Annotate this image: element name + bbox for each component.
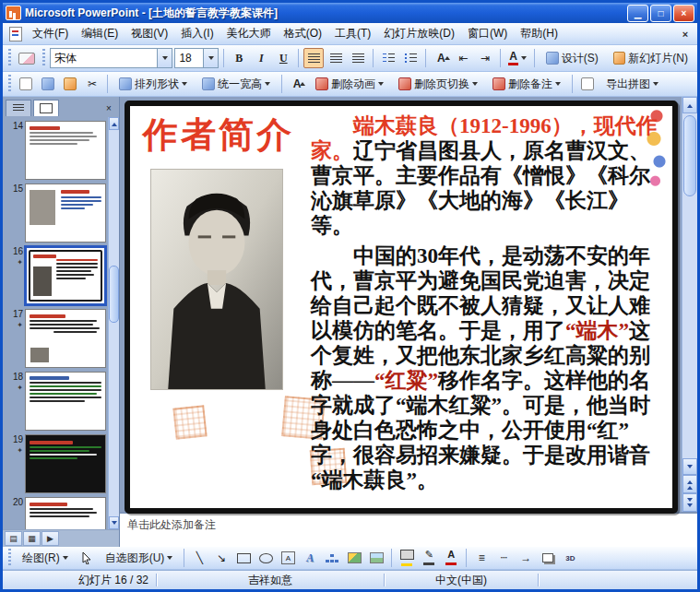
italic-button[interactable]: I bbox=[251, 48, 271, 68]
arrow-button[interactable]: ↘ bbox=[211, 548, 231, 568]
draw-menu-button[interactable]: 绘图(R) bbox=[16, 548, 75, 568]
line-style-button[interactable]: ≡ bbox=[471, 548, 492, 568]
oval-button[interactable] bbox=[255, 548, 276, 568]
document-icon[interactable] bbox=[9, 27, 22, 41]
panel-scrollbar[interactable] bbox=[108, 117, 119, 529]
menu-tools[interactable]: 工具(T) bbox=[328, 23, 377, 44]
menu-format[interactable]: 格式(O) bbox=[278, 23, 328, 44]
menu-slideshow[interactable]: 幻灯片放映(D) bbox=[377, 23, 461, 44]
export-tool-button[interactable] bbox=[577, 74, 598, 94]
font-color-button[interactable]: A bbox=[505, 48, 529, 68]
slide-thumbnail-20[interactable]: 20 bbox=[5, 497, 108, 529]
menu-insert[interactable]: 插入(I) bbox=[174, 23, 219, 44]
panel-close-button[interactable]: × bbox=[101, 101, 116, 115]
status-language[interactable]: 中文(中国) bbox=[385, 573, 538, 588]
slide-body-text[interactable]: 端木蕻良（1912-1996），现代作家。辽宁省昌图县人，原名曹汉文、曹京平。主… bbox=[311, 113, 659, 501]
bullets-button[interactable] bbox=[400, 48, 421, 68]
menu-help[interactable]: 帮助(H) bbox=[514, 23, 564, 44]
delete-notes-button[interactable]: 删除备注 bbox=[486, 74, 567, 94]
delete-animation-button[interactable]: 删除动画 bbox=[309, 74, 390, 94]
panel-scroll-track[interactable] bbox=[109, 130, 119, 516]
toolbar-grip[interactable] bbox=[8, 49, 11, 67]
scroll-track[interactable] bbox=[682, 196, 697, 458]
slide-thumbnail-14[interactable]: 14 bbox=[5, 121, 108, 180]
decrease-indent-button[interactable]: ⇤ bbox=[453, 48, 473, 68]
panel-scroll-down-button[interactable] bbox=[109, 516, 119, 529]
clipart-button[interactable] bbox=[344, 548, 364, 568]
thumbnail-preview[interactable] bbox=[25, 309, 106, 368]
author-photo[interactable] bbox=[150, 169, 283, 390]
scroll-thumb[interactable] bbox=[683, 115, 696, 196]
close-button[interactable]: × bbox=[673, 5, 694, 22]
textbox-button[interactable]: A bbox=[278, 548, 298, 568]
next-slide-button[interactable] bbox=[682, 493, 697, 512]
slide-thumbnail-16-selected[interactable]: 16 ✦ bbox=[5, 246, 108, 305]
insert-picture-button[interactable] bbox=[366, 548, 386, 568]
thumbnail-preview[interactable] bbox=[25, 434, 106, 493]
uniform-size-button[interactable]: 统一宽高 bbox=[196, 74, 277, 94]
line-color-button[interactable]: ✎ bbox=[419, 548, 439, 568]
normal-view-button[interactable]: ▤ bbox=[5, 531, 22, 546]
paste-button[interactable] bbox=[16, 74, 36, 94]
status-design-template[interactable]: 吉祥如意 bbox=[157, 573, 384, 588]
scroll-down-button[interactable] bbox=[682, 458, 697, 475]
thumbnail-preview[interactable] bbox=[25, 372, 106, 431]
align-left-button[interactable] bbox=[303, 48, 324, 68]
fill-color-button[interactable] bbox=[397, 548, 417, 568]
thumbnail-preview[interactable] bbox=[25, 121, 106, 180]
slide-sorter-view-button[interactable]: ▦ bbox=[23, 531, 41, 546]
document-close-button[interactable]: × bbox=[676, 26, 694, 42]
maximize-button[interactable]: □ bbox=[650, 5, 671, 22]
increase-indent-button[interactable]: ⇥ bbox=[475, 48, 495, 68]
align-center-button[interactable] bbox=[326, 48, 346, 68]
slide-thumbnail-17[interactable]: 17 ✦ bbox=[5, 309, 108, 368]
previous-slide-button[interactable] bbox=[682, 475, 697, 493]
line-button[interactable]: ╲ bbox=[189, 548, 209, 568]
scroll-up-button[interactable] bbox=[682, 97, 697, 113]
toolbar-grip[interactable] bbox=[8, 549, 11, 567]
align-right-button[interactable] bbox=[348, 48, 368, 68]
new-slide-button[interactable]: 新幻灯片(N) bbox=[607, 48, 694, 68]
threed-style-button[interactable]: 3D bbox=[560, 548, 580, 568]
format-brush-button[interactable] bbox=[16, 48, 38, 68]
menu-window[interactable]: 窗口(W) bbox=[461, 23, 514, 44]
select-objects-button[interactable] bbox=[77, 548, 97, 568]
slideshow-view-button[interactable]: ▶ bbox=[42, 531, 59, 546]
design-button[interactable]: 设计(S) bbox=[540, 48, 605, 68]
panel-scroll-thumb[interactable] bbox=[109, 266, 119, 323]
delete-transition-button[interactable]: 删除页切换 bbox=[392, 74, 484, 94]
slide-thumbnail-19[interactable]: 19 ✦ bbox=[5, 434, 108, 493]
font-color-button-draw[interactable]: A bbox=[441, 548, 461, 568]
thumbnail-preview[interactable] bbox=[25, 184, 106, 243]
minimize-button[interactable]: ▁ bbox=[627, 5, 648, 22]
tab-outline[interactable] bbox=[6, 100, 31, 116]
layout-tool-button[interactable] bbox=[38, 74, 58, 94]
autoshapes-button[interactable]: 自选图形(U) bbox=[99, 548, 180, 568]
toolbar-grip[interactable] bbox=[42, 49, 45, 67]
vertical-scrollbar[interactable] bbox=[682, 97, 697, 512]
font-name-dropdown[interactable] bbox=[157, 49, 172, 67]
menu-edit[interactable]: 编辑(E) bbox=[75, 23, 125, 44]
dash-style-button[interactable]: ┄ bbox=[493, 548, 514, 568]
slide-thumbnail-18[interactable]: 18 ✦ bbox=[5, 372, 108, 431]
rectangle-button[interactable] bbox=[233, 548, 254, 568]
thumbnail-preview[interactable] bbox=[25, 497, 106, 529]
arrow-style-button[interactable]: → bbox=[516, 548, 536, 568]
title-bar[interactable]: Microsoft PowerPoint - [土地的誓言教学教案课件] ▁ □… bbox=[3, 3, 697, 23]
slide-thumbnail-15[interactable]: 15 bbox=[5, 184, 108, 243]
notes-pane[interactable]: 单击此处添加备注 bbox=[120, 512, 697, 547]
menu-view[interactable]: 视图(V) bbox=[125, 23, 174, 44]
diagram-button[interactable] bbox=[322, 548, 342, 568]
slide-title[interactable]: 作者简介 bbox=[143, 113, 302, 156]
cut-button[interactable]: ✂ bbox=[82, 74, 102, 94]
font-tool-button[interactable]: A bbox=[287, 74, 307, 94]
underline-button[interactable]: U bbox=[273, 48, 293, 68]
tab-slides[interactable] bbox=[33, 100, 59, 116]
bold-button[interactable]: B bbox=[229, 48, 249, 68]
thumbnail-preview[interactable] bbox=[25, 246, 106, 305]
panel-scroll-up-button[interactable] bbox=[109, 117, 119, 130]
menu-meihua-dashi[interactable]: 美化大师 bbox=[220, 23, 278, 44]
toolbar-grip[interactable] bbox=[8, 75, 11, 93]
menu-file[interactable]: 文件(F) bbox=[26, 23, 75, 44]
slide-canvas[interactable]: 作者简介 bbox=[125, 101, 678, 514]
